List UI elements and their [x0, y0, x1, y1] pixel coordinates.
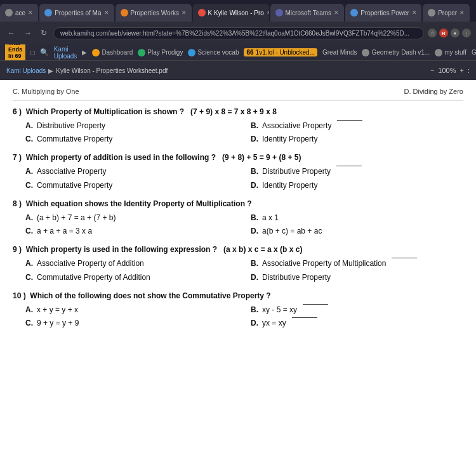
question-9-text: Which property is used in the following … — [26, 245, 221, 254]
answer-6a: A. Distributive Property — [25, 120, 238, 132]
tab-proper[interactable]: Proper ✕ — [423, 4, 470, 22]
kami-icon: □ — [30, 49, 35, 56]
partial-top-row: C. Multiplying by One D. Dividing by Zer… — [13, 86, 463, 101]
answer-7b: B. Distributive Property — [251, 166, 463, 178]
breadcrumb: Kami Uploads ▶ Kylie Wilson - Properties… — [6, 67, 168, 74]
zoom-level: 100% — [438, 67, 456, 74]
profile-icon[interactable]: ● — [451, 29, 459, 37]
colon-separator: : — [468, 67, 470, 74]
worksheet: C. Multiplying by One D. Dividing by Zer… — [13, 86, 463, 329]
question-6-text: Which Property of Multiplication is show… — [26, 107, 188, 116]
tab-close-ace[interactable]: ✕ — [28, 10, 33, 16]
address-input[interactable]: web.kamihq.com/web/viewer.html?state=%7B… — [53, 27, 424, 39]
answer-7c: C. Commutative Property — [25, 180, 238, 192]
answer-9d: D. Distributive Property — [251, 272, 463, 284]
question-6-equation: (7 + 9) x 8 = 7 x 8 + 9 x 8 — [190, 107, 277, 116]
bookmark-icon-mystuff — [435, 49, 442, 56]
bookmark-prodigy[interactable]: Play Prodigy — [138, 49, 183, 56]
bookmarks-bar: Trial Ends In 69 Days □ 🔍 Kami Uploads ▶… — [0, 44, 476, 61]
answer-6b: B. Associative Property — [251, 120, 463, 132]
question-7-text: Which property of addition is used in th… — [26, 153, 220, 162]
bookmark-icon-geometry — [362, 49, 369, 56]
tab-properties-power[interactable]: Properties Power ✕ — [345, 4, 421, 22]
tab-icon-teams — [275, 9, 283, 17]
tab-close-teams[interactable]: ✕ — [334, 10, 339, 16]
menu-icon[interactable]: ⋮ — [462, 29, 471, 37]
question-10-text: Which of the following does not show the… — [30, 291, 270, 300]
answer-line-6 — [337, 120, 362, 121]
tab-properties-ma[interactable]: Properties of Ma ✕ — [39, 4, 114, 22]
question-9-equation: (a x b) x c = a x (b x c) — [223, 245, 302, 254]
question-7: 7 ) Which property of addition is used i… — [13, 152, 463, 192]
answer-line-10d — [292, 317, 317, 318]
tab-ace[interactable]: ace ✕ — [0, 4, 38, 22]
tab-icon-proper — [428, 9, 435, 17]
bookmark-gacha[interactable]: Gacha Li — [472, 49, 476, 56]
question-8-header: 8 ) Which equation shows the Identity Pr… — [13, 198, 463, 210]
breadcrumb-separator: ▶ — [48, 67, 53, 74]
question-8: 8 ) Which equation shows the Identity Pr… — [13, 198, 463, 238]
answer-8c: C. a + a + a = 3 x a — [25, 225, 238, 237]
toolbar-left: Kami Uploads ▶ Kylie Wilson - Properties… — [6, 67, 168, 74]
kami-uploads-breadcrumb[interactable]: Kami Uploads — [6, 67, 46, 74]
bookmark-science[interactable]: Science vocab — [188, 49, 239, 56]
question-9-number: 9 ) — [13, 245, 23, 254]
question-8-answers: A. (a + b) + 7 = a + (7 + b) B. a x 1 C.… — [13, 212, 463, 237]
question-7-number: 7 ) — [13, 153, 23, 162]
answer-7d: D. Identity Property — [251, 180, 463, 192]
answer-7a: A. Associative Property — [25, 166, 238, 178]
tab-icon-properties-power — [350, 9, 358, 17]
bookmark-unblocked[interactable]: 66 1v1.lol - Unblocked... — [244, 48, 317, 56]
partial-left: C. Multiplying by One — [13, 86, 79, 98]
bookmark-icon-prodigy — [138, 49, 145, 56]
answer-9b: B. Associative Property of Multiplicatio… — [251, 258, 463, 270]
address-bar: ← → ↻ web.kamihq.com/web/viewer.html?sta… — [0, 22, 476, 44]
question-7-answers: A. Associative Property B. Distributive … — [13, 166, 463, 191]
kami-uploads-link[interactable]: Kami Uploads — [54, 46, 77, 60]
question-10: 10 ) Which of the following does not sho… — [13, 290, 463, 330]
question-10-answers: A. x + y = y + x B. xy - 5 = xy C. 9 + y… — [13, 304, 463, 329]
plus-button[interactable]: + — [460, 67, 464, 74]
tab-close-properties-works[interactable]: ✕ — [182, 10, 187, 16]
reload-button[interactable]: ↻ — [38, 27, 50, 39]
answer-line-7 — [336, 166, 362, 166]
answer-8b: B. a x 1 — [251, 212, 463, 224]
tab-close-proper[interactable]: ✕ — [459, 10, 465, 16]
tab-icon-properties-works — [121, 9, 128, 17]
tab-teams[interactable]: Microsoft Teams ✕ — [270, 4, 345, 22]
bookmark-geometrydash[interactable]: Geometry Dash v1... — [362, 49, 430, 56]
back-button[interactable]: ← — [5, 27, 18, 39]
content-area: C. Multiplying by One D. Dividing by Zer… — [0, 80, 476, 476]
answer-8d: D. a(b + c) = ab + ac — [251, 225, 463, 237]
tab-bar: ace ✕ Properties of Ma ✕ Properties Work… — [0, 0, 476, 22]
bookmark-icon-science — [188, 49, 195, 56]
trial-badge: Trial Ends In 69 Days — [5, 44, 25, 61]
bookmark-greatminds[interactable]: Great Minds — [322, 49, 357, 56]
answer-10a: A. x + y = y + x — [25, 304, 238, 316]
bookmark-dashboard[interactable]: Dashboard — [92, 49, 133, 56]
answer-line-9 — [392, 258, 417, 258]
tab-icon-properties-ma — [44, 9, 52, 17]
answer-6c: C. Commutative Property — [25, 133, 238, 145]
breadcrumb-file: Kylie Wilson - Properties Worksheet.pdf — [56, 67, 168, 74]
question-6: 6 ) Which Property of Multiplication is … — [13, 106, 463, 146]
tab-icon-ace — [5, 9, 13, 17]
tab-properties-works[interactable]: Properties Works ✕ — [116, 4, 192, 22]
question-8-number: 8 ) — [13, 199, 23, 208]
forward-button[interactable]: → — [22, 27, 34, 39]
tab-close-properties-ma[interactable]: ✕ — [104, 10, 109, 16]
toolbar-right: − 100% + : — [430, 67, 470, 74]
question-8-text: Which equation shows the Identity Proper… — [26, 199, 252, 208]
tab-close-properties-power[interactable]: ✕ — [412, 10, 417, 16]
tab-close-kylie[interactable]: ✕ — [267, 10, 269, 16]
browser-actions: ☆ R ● ⋮ — [428, 29, 471, 37]
star-icon[interactable]: ☆ — [428, 29, 437, 37]
question-6-header: 6 ) Which Property of Multiplication is … — [13, 106, 463, 118]
question-9-answers: A. Associative Property of Addition B. A… — [13, 258, 463, 283]
search-bar-icon[interactable]: 🔍 — [40, 48, 49, 56]
question-9: 9 ) Which property is used in the follow… — [13, 244, 463, 284]
question-7-equation: (9 + 8) + 5 = 9 + (8 + 5) — [222, 153, 301, 162]
bookmark-mystuff[interactable]: my stuff — [435, 49, 466, 56]
minus-button[interactable]: − — [430, 67, 434, 74]
tab-kylie-wilson[interactable]: K Kylie Wilson - Pro ✕ — [193, 4, 269, 22]
